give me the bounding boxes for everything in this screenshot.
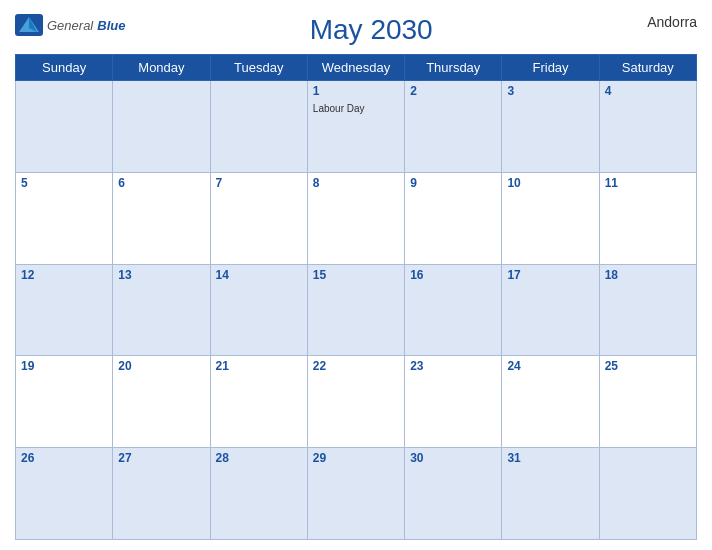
calendar-cell (113, 81, 210, 173)
calendar-cell: 11 (599, 172, 696, 264)
day-number: 27 (118, 451, 204, 465)
calendar-cell (210, 81, 307, 173)
day-number: 25 (605, 359, 691, 373)
calendar-cell: 20 (113, 356, 210, 448)
header-tuesday: Tuesday (210, 55, 307, 81)
day-number: 18 (605, 268, 691, 282)
day-number: 4 (605, 84, 691, 98)
day-number: 10 (507, 176, 593, 190)
day-number: 30 (410, 451, 496, 465)
day-number: 8 (313, 176, 399, 190)
calendar-cell: 6 (113, 172, 210, 264)
calendar-cell: 10 (502, 172, 599, 264)
calendar-week-row: 567891011 (16, 172, 697, 264)
calendar-table: Sunday Monday Tuesday Wednesday Thursday… (15, 54, 697, 540)
header-monday: Monday (113, 55, 210, 81)
day-number: 3 (507, 84, 593, 98)
calendar-cell: 9 (405, 172, 502, 264)
day-number: 26 (21, 451, 107, 465)
header-sunday: Sunday (16, 55, 113, 81)
calendar-body: 1Labour Day23456789101112131415161718192… (16, 81, 697, 540)
logo-blue-text: Blue (97, 18, 125, 33)
day-number: 1 (313, 84, 399, 98)
header-wednesday: Wednesday (307, 55, 404, 81)
calendar-cell: 13 (113, 264, 210, 356)
calendar-cell: 2 (405, 81, 502, 173)
day-number: 11 (605, 176, 691, 190)
calendar-cell: 29 (307, 448, 404, 540)
day-number: 15 (313, 268, 399, 282)
calendar-cell: 7 (210, 172, 307, 264)
day-number: 21 (216, 359, 302, 373)
calendar-cell: 28 (210, 448, 307, 540)
calendar-cell: 23 (405, 356, 502, 448)
day-number: 2 (410, 84, 496, 98)
day-number: 24 (507, 359, 593, 373)
day-number: 14 (216, 268, 302, 282)
calendar-cell: 21 (210, 356, 307, 448)
calendar-cell: 19 (16, 356, 113, 448)
calendar-cell: 3 (502, 81, 599, 173)
calendar-cell (599, 448, 696, 540)
calendar-week-row: 1Labour Day234 (16, 81, 697, 173)
calendar-week-row: 262728293031 (16, 448, 697, 540)
logo-box: General Blue (15, 14, 125, 36)
calendar-cell: 24 (502, 356, 599, 448)
calendar-cell (16, 81, 113, 173)
logo-area: General Blue (15, 14, 125, 36)
calendar-week-row: 19202122232425 (16, 356, 697, 448)
day-number: 16 (410, 268, 496, 282)
calendar-cell: 1Labour Day (307, 81, 404, 173)
calendar-cell: 25 (599, 356, 696, 448)
day-number: 12 (21, 268, 107, 282)
calendar-week-row: 12131415161718 (16, 264, 697, 356)
calendar-header: General Blue May 2030 Andorra (15, 10, 697, 48)
day-number: 9 (410, 176, 496, 190)
day-number: 13 (118, 268, 204, 282)
calendar-cell: 18 (599, 264, 696, 356)
calendar-cell: 14 (210, 264, 307, 356)
calendar-cell: 5 (16, 172, 113, 264)
calendar-cell: 16 (405, 264, 502, 356)
day-number: 17 (507, 268, 593, 282)
header-friday: Friday (502, 55, 599, 81)
day-number: 28 (216, 451, 302, 465)
day-number: 22 (313, 359, 399, 373)
day-number: 29 (313, 451, 399, 465)
calendar-cell: 31 (502, 448, 599, 540)
generalblue-icon (15, 14, 43, 36)
logo-general-text: General (47, 18, 93, 33)
day-number: 20 (118, 359, 204, 373)
country-label: Andorra (617, 14, 697, 30)
day-number: 23 (410, 359, 496, 373)
weekday-header-row: Sunday Monday Tuesday Wednesday Thursday… (16, 55, 697, 81)
calendar-cell: 15 (307, 264, 404, 356)
calendar-cell: 30 (405, 448, 502, 540)
calendar-cell: 17 (502, 264, 599, 356)
day-number: 19 (21, 359, 107, 373)
calendar-cell: 12 (16, 264, 113, 356)
calendar-cell: 27 (113, 448, 210, 540)
day-event: Labour Day (313, 103, 365, 114)
day-number: 7 (216, 176, 302, 190)
day-number: 6 (118, 176, 204, 190)
calendar-title: May 2030 (125, 14, 617, 46)
calendar-cell: 22 (307, 356, 404, 448)
day-number: 31 (507, 451, 593, 465)
calendar-cell: 26 (16, 448, 113, 540)
calendar-cell: 8 (307, 172, 404, 264)
day-number: 5 (21, 176, 107, 190)
header-saturday: Saturday (599, 55, 696, 81)
calendar-cell: 4 (599, 81, 696, 173)
header-thursday: Thursday (405, 55, 502, 81)
